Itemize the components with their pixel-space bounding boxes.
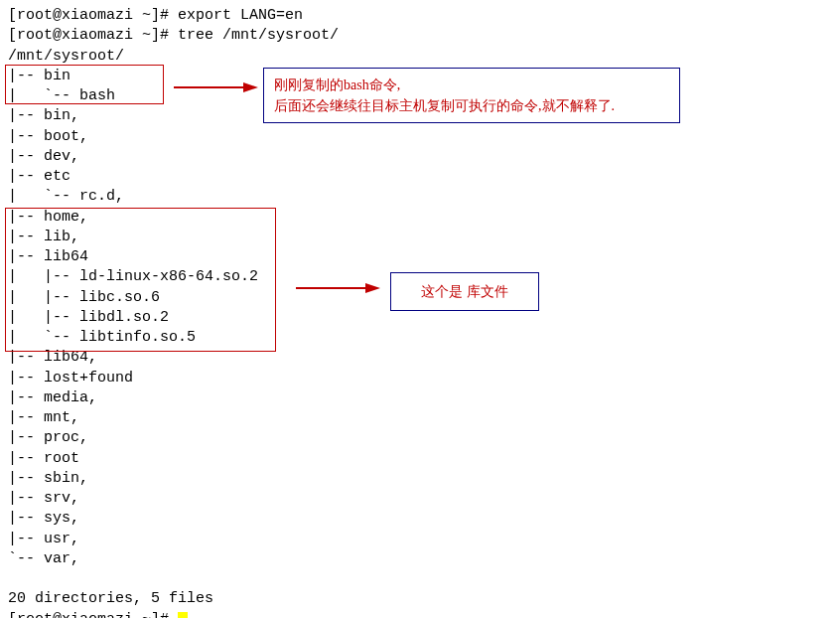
command: tree /mnt/sysroot/ (178, 27, 339, 44)
tree-summary: 20 directories, 5 files (8, 589, 832, 609)
command-line-2: [root@xiaomazi ~]# tree /mnt/sysroot/ (8, 26, 832, 46)
cursor (178, 612, 188, 619)
command: export LANG=en (178, 7, 303, 24)
annotation-lib: 这个是 库文件 (390, 272, 539, 311)
tree-line: |-- sys, (8, 509, 832, 529)
tree-line: |-- mnt, (8, 408, 832, 428)
tree-line: |-- lib64, (8, 348, 832, 368)
tree-line: `-- var, (8, 549, 832, 569)
command-line-1: [root@xiaomazi ~]# export LANG=en (8, 6, 832, 26)
tree-line: |-- lib, (8, 228, 832, 247)
tree-line: | `-- rc.d, (8, 187, 832, 207)
annotation-text: 这个是 库文件 (421, 284, 508, 299)
tree-line: |-- lost+found (8, 369, 832, 388)
tree-line: |-- home, (8, 208, 832, 228)
prompt: [root@xiaomazi ~]# (8, 27, 178, 44)
blank-line (8, 569, 832, 589)
tree-line: |-- boot, (8, 127, 832, 147)
tree-line: |-- media, (8, 388, 832, 408)
tree-line: |-- root (8, 449, 832, 469)
tree-root: /mnt/sysroot/ (8, 47, 832, 67)
prompt: [root@xiaomazi ~]# (8, 611, 178, 619)
annotation-text: 后面还会继续往目标主机复制可执行的命令,就不解释了. (274, 95, 669, 116)
tree-line: |-- sbin, (8, 469, 832, 489)
tree-line: |-- dev, (8, 147, 832, 167)
tree-line: |-- proc, (8, 428, 832, 448)
annotation-bash: 刚刚复制的bash命令, 后面还会继续往目标主机复制可执行的命令,就不解释了. (263, 68, 680, 123)
prompt-line[interactable]: [root@xiaomazi ~]# (8, 610, 832, 619)
annotation-text: 刚刚复制的bash命令, (274, 75, 669, 95)
tree-line: |-- lib64 (8, 247, 832, 267)
tree-line: |-- srv, (8, 489, 832, 509)
tree-line: |-- usr, (8, 530, 832, 549)
prompt: [root@xiaomazi ~]# (8, 7, 178, 24)
tree-line: |-- etc (8, 167, 832, 187)
tree-line: | `-- libtinfo.so.5 (8, 328, 832, 348)
